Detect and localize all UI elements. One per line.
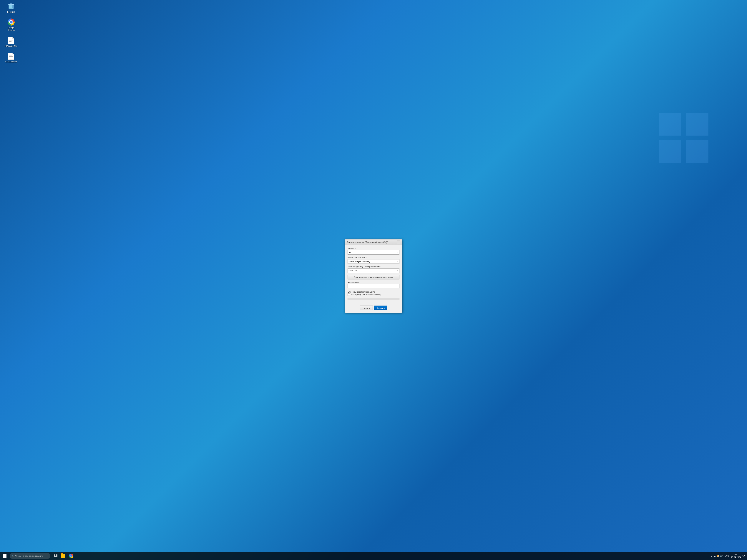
dialog-footer: Начать Закрыть [345, 304, 402, 313]
filesystem-value: NTFS (по умолчанию) [349, 260, 370, 263]
dialog-close-button[interactable]: × [397, 241, 400, 244]
allocation-value: 4096 байт [349, 269, 358, 272]
restore-defaults-button[interactable]: Восстановить параметры по умолчанию [347, 275, 400, 279]
allocation-field: Размер единицы распределения: 4096 байт … [347, 266, 400, 273]
systray-icons: ∧ ☁ 📶 🔊 [711, 555, 723, 557]
volume-label-text: Метка тома: [347, 281, 400, 283]
quick-format-label: Быстрое (очистка оглавления) [351, 293, 381, 296]
svg-rect-16 [54, 555, 55, 556]
clock-date: 16.04.2024 [731, 556, 741, 559]
system-clock[interactable]: 20:01 16.04.2024 [731, 553, 741, 559]
search-icon: 🔍 [11, 555, 14, 557]
dialog-body: Емкость: 930 ГБ ▼ Файловая система: NTFS… [345, 245, 402, 304]
taskbar-search[interactable]: 🔍 Чтобы начать поиск, введите [10, 553, 50, 559]
chrome-taskbar-icon [69, 554, 73, 558]
progress-bar [347, 298, 400, 300]
allocation-select[interactable]: 4096 байт ▼ [347, 268, 400, 273]
capacity-field: Емкость: 930 ГБ ▼ [347, 247, 400, 255]
capacity-label: Емкость: [347, 247, 400, 250]
taskbar-search-placeholder: Чтобы начать поиск, введите [15, 555, 43, 557]
filesystem-arrow-icon: ▼ [397, 261, 398, 262]
format-dialog: Форматирование "Локальный диск (D:)" × Е… [345, 239, 402, 313]
volume-icon[interactable]: 🔊 [720, 555, 723, 557]
capacity-value: 930 ГБ [349, 251, 355, 254]
format-methods-label: Способы форматирования: [347, 291, 375, 293]
desktop: Корзина GoogleChrome KMSAuto Net [0, 0, 747, 560]
file-explorer-button[interactable] [60, 552, 67, 560]
allocation-arrow-icon: ▼ [397, 270, 398, 271]
systray-expand-icon[interactable]: ∧ [711, 555, 713, 557]
dialog-title-text: Форматирование "Локальный диск (D:)" [347, 241, 388, 243]
taskbar-items [52, 552, 75, 560]
quick-format-checkbox[interactable] [347, 293, 350, 296]
language-indicator[interactable]: ENG [725, 555, 729, 557]
file-explorer-icon [61, 554, 66, 558]
dialog-title-bar[interactable]: Форматирование "Локальный диск (D:)" × [345, 239, 402, 245]
dialog-overlay: Форматирование "Локальный диск (D:)" × Е… [0, 0, 747, 552]
allocation-label: Размер единицы распределения: [347, 266, 400, 268]
filesystem-field: Файловая система: NTFS (по умолчанию) ▼ [347, 257, 400, 264]
format-methods-section: Способы форматирования: Быстрое (очистка… [347, 290, 400, 296]
chrome-taskbar-button[interactable] [68, 552, 75, 560]
close-button[interactable]: Закрыть [374, 305, 387, 310]
clock-time: 20:01 [731, 553, 741, 556]
filesystem-label: Файловая система: [347, 257, 400, 259]
capacity-select[interactable]: 930 ГБ ▼ [347, 250, 400, 255]
start-button-taskbar[interactable] [1, 552, 9, 560]
volume-label-input[interactable] [347, 284, 400, 288]
quick-format-row: Быстрое (очистка оглавления) [347, 293, 400, 296]
svg-rect-17 [56, 555, 57, 556]
taskbar: 🔍 Чтобы начать поиск, введите [0, 552, 747, 560]
capacity-arrow-icon: ▼ [397, 251, 398, 253]
start-button[interactable]: Начать [360, 305, 373, 310]
onedrive-icon[interactable]: ☁ [713, 555, 716, 557]
svg-rect-19 [56, 556, 57, 557]
windows-start-icon [3, 554, 6, 558]
svg-rect-18 [54, 556, 56, 557]
network-icon[interactable]: 📶 [716, 555, 719, 557]
task-view-button[interactable] [52, 552, 59, 560]
system-tray: ∧ ☁ 📶 🔊 ENG 20:01 16.04.2024 🗨 [711, 553, 746, 559]
volume-label-field: Метка тома: [347, 281, 400, 288]
filesystem-select[interactable]: NTFS (по умолчанию) ▼ [347, 259, 400, 264]
notification-icon[interactable]: 🗨 [742, 555, 745, 557]
